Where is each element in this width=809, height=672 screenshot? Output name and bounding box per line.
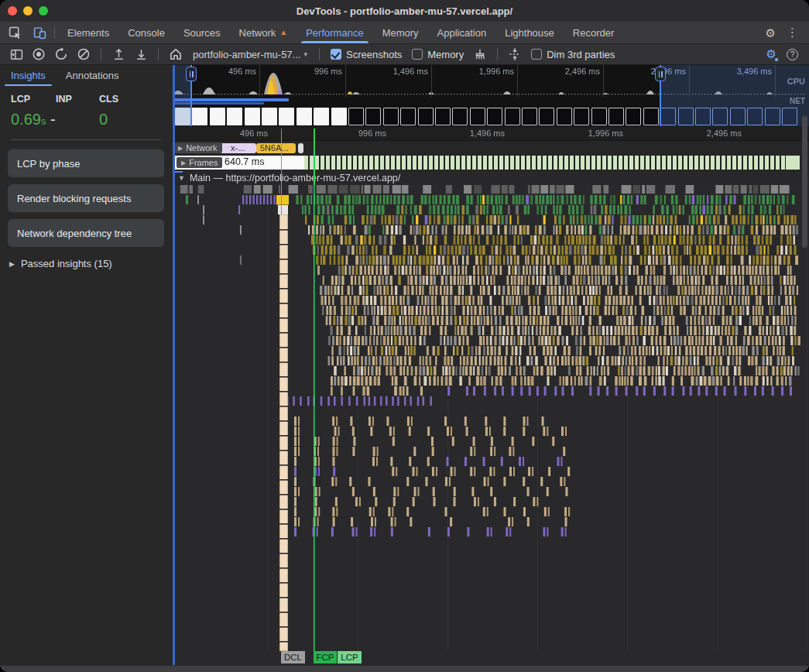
overview-time-label: 2,496 ms bbox=[544, 67, 600, 76]
traffic-lights bbox=[8, 6, 48, 15]
screenshot-thumbnail[interactable] bbox=[348, 108, 364, 125]
screenshot-thumbnail[interactable] bbox=[262, 108, 277, 125]
tab-lighthouse[interactable]: Lighthouse bbox=[495, 22, 564, 43]
main-track-label: Main — https://portfolio-amber-mu-57.ver… bbox=[190, 173, 400, 183]
zoom-window-button[interactable] bbox=[39, 6, 48, 15]
screenshots-checkbox[interactable]: Screenshots bbox=[328, 49, 404, 60]
tab-application[interactable]: Application bbox=[428, 22, 496, 43]
passed-insights-toggle[interactable]: ▶ Passed insights (15) bbox=[9, 258, 172, 269]
screenshot-thumbnail[interactable] bbox=[557, 108, 572, 125]
fcp-marker-line bbox=[314, 129, 315, 185]
network-request-pill[interactable] bbox=[298, 143, 303, 153]
flame-chart-canvas[interactable] bbox=[172, 185, 809, 665]
devtools-window: DevTools - portfolio-amber-mu-57.vercel.… bbox=[0, 0, 809, 672]
tab-network[interactable]: Network▲ bbox=[230, 22, 297, 43]
screenshot-thumbnail[interactable] bbox=[245, 108, 260, 125]
screenshot-thumbnail[interactable] bbox=[365, 108, 381, 125]
warning-icon: ▲ bbox=[279, 29, 287, 36]
tab-annotations[interactable]: Annotations bbox=[66, 70, 119, 81]
right-window-grip[interactable] bbox=[655, 67, 666, 81]
screenshot-thumbnail[interactable] bbox=[279, 108, 294, 125]
insight-card-network-dependency-tree[interactable]: Network dependency tree bbox=[8, 219, 164, 247]
screenshot-thumbnail[interactable] bbox=[192, 108, 207, 125]
frames-bar[interactable] bbox=[786, 156, 800, 170]
metric-cls: CLS 0 bbox=[99, 94, 118, 129]
dcl-marker-line bbox=[281, 129, 282, 185]
more-options-icon[interactable]: ⋮ bbox=[787, 26, 798, 39]
record-and-reload-icon[interactable] bbox=[53, 46, 70, 63]
frames-track[interactable]: ▶ Frames 640.7 ms bbox=[172, 155, 809, 170]
tab-console[interactable]: Console bbox=[118, 22, 174, 43]
ruler-time-label: 996 ms bbox=[324, 129, 386, 138]
screenshot-thumbnail[interactable] bbox=[383, 108, 399, 125]
inspect-element-icon[interactable] bbox=[6, 24, 23, 41]
screenshot-thumbnail[interactable] bbox=[505, 108, 520, 125]
screenshot-thumbnail[interactable] bbox=[626, 108, 641, 125]
network-track-toggle[interactable]: ▶ Network bbox=[173, 142, 222, 153]
screenshot-thumbnail[interactable] bbox=[591, 108, 607, 125]
collect-garbage-icon[interactable] bbox=[471, 46, 488, 63]
capture-settings-gear-icon[interactable]: ⚙ bbox=[766, 47, 776, 61]
performance-timeline: 496 ms996 ms1,496 ms1,996 ms2,496 ms2,99… bbox=[172, 65, 809, 665]
overview-time-label: 996 ms bbox=[286, 67, 342, 76]
screenshot-thumbnail[interactable] bbox=[470, 108, 485, 125]
insight-card-lcp-by-phase[interactable]: LCP by phase bbox=[8, 149, 164, 177]
screenshot-thumbnail[interactable] bbox=[539, 108, 554, 125]
screenshot-thumbnail[interactable] bbox=[227, 108, 242, 125]
tab-performance[interactable]: Performance bbox=[297, 22, 372, 43]
screenshot-thumbnail[interactable] bbox=[435, 108, 451, 125]
vertical-scrollbar-thumb[interactable] bbox=[802, 116, 807, 248]
clear-icon[interactable] bbox=[75, 46, 92, 63]
screenshot-thumbnail[interactable] bbox=[400, 108, 416, 125]
fcp-marker-badge: FCP bbox=[314, 651, 337, 663]
tab-insights[interactable]: Insights bbox=[11, 70, 46, 81]
frames-bars[interactable] bbox=[304, 156, 786, 170]
overview-time-label: 496 ms bbox=[201, 67, 256, 76]
fit-window-icon[interactable] bbox=[506, 46, 523, 63]
settings-gear-icon[interactable]: ⚙ bbox=[766, 27, 776, 39]
screenshot-thumbnail[interactable] bbox=[574, 108, 589, 125]
main-track-header[interactable]: ▼ Main — https://portfolio-amber-mu-57.v… bbox=[172, 170, 809, 185]
overview-gridline bbox=[517, 65, 518, 97]
record-icon[interactable] bbox=[30, 46, 47, 63]
load-profile-icon[interactable] bbox=[110, 46, 127, 63]
tab-memory[interactable]: Memory bbox=[373, 22, 428, 43]
live-metrics-home-icon[interactable] bbox=[167, 46, 184, 63]
page-selector-dropdown[interactable]: portfolio-amber-mu-57...▾ bbox=[190, 49, 310, 60]
network-request-pill[interactable]: 5N6A... bbox=[256, 143, 296, 153]
screenshot-thumbnail[interactable] bbox=[522, 108, 537, 125]
left-window-grip[interactable] bbox=[186, 67, 197, 81]
close-window-button[interactable] bbox=[8, 6, 17, 15]
ruler-time-label: 1,996 ms bbox=[561, 129, 623, 138]
screenshot-thumbnail[interactable] bbox=[608, 108, 624, 125]
chevron-right-icon: ▶ bbox=[178, 145, 183, 152]
chevron-right-icon: ▶ bbox=[9, 260, 15, 268]
divider bbox=[158, 48, 159, 60]
memory-checkbox[interactable]: Memory bbox=[410, 49, 466, 60]
screenshot-thumbnail[interactable] bbox=[314, 108, 329, 125]
divider bbox=[319, 48, 320, 60]
insight-card-render-blocking-requests[interactable]: Render blocking requests bbox=[8, 184, 164, 212]
tab-sources[interactable]: Sources bbox=[174, 22, 230, 43]
save-profile-icon[interactable] bbox=[132, 46, 149, 63]
screenshot-thumbnail[interactable] bbox=[643, 108, 659, 125]
metric-lcp: LCP 0.69s - bbox=[11, 94, 56, 129]
screenshot-thumbnail[interactable] bbox=[210, 108, 225, 125]
timeline-overview[interactable]: 496 ms996 ms1,496 ms1,996 ms2,496 ms2,99… bbox=[172, 65, 809, 126]
tab-elements[interactable]: Elements bbox=[58, 22, 118, 43]
device-toolbar-icon[interactable] bbox=[31, 24, 48, 41]
dim-3rd-parties-checkbox[interactable]: Dim 3rd parties bbox=[529, 49, 617, 60]
minimize-window-button[interactable] bbox=[23, 6, 33, 15]
tab-recorder[interactable]: Recorder bbox=[564, 22, 623, 43]
network-track[interactable]: x-... 5N6A... ▶ Network bbox=[172, 141, 809, 155]
screenshot-thumbnail[interactable] bbox=[487, 108, 502, 125]
toggle-sidebar-icon[interactable] bbox=[8, 46, 25, 63]
main-flame-chart[interactable]: DCL FCP LCP bbox=[172, 185, 809, 665]
frames-track-toggle[interactable]: ▶ Frames bbox=[177, 157, 222, 168]
screenshot-thumbnail[interactable] bbox=[418, 108, 434, 125]
screenshot-thumbnail[interactable] bbox=[297, 108, 312, 125]
screenshot-thumbnail[interactable] bbox=[452, 108, 468, 125]
help-icon[interactable]: ? bbox=[787, 49, 798, 60]
ruler-time-label: 2,496 ms bbox=[680, 129, 742, 138]
screenshot-thumbnail[interactable] bbox=[331, 108, 347, 125]
